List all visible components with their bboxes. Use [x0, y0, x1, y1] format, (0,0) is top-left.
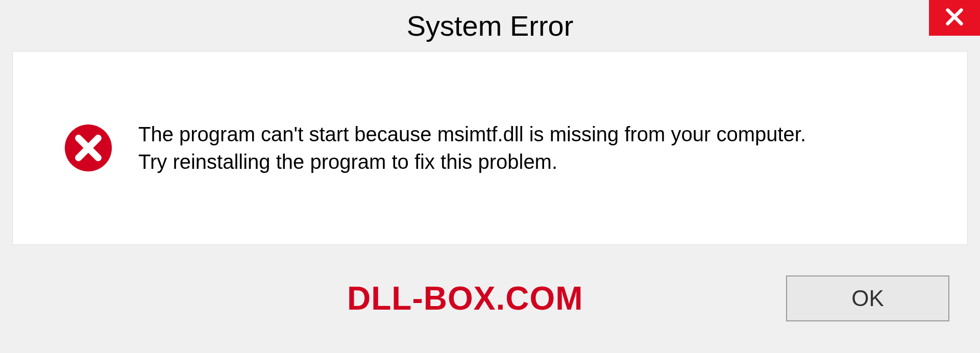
- watermark-text: DLL-BOX.COM: [31, 280, 583, 317]
- error-icon: [64, 123, 113, 172]
- error-message-line1: The program can't start because msimtf.d…: [138, 120, 806, 148]
- content-panel: The program can't start because msimtf.d…: [12, 51, 968, 245]
- close-button[interactable]: [929, 0, 980, 36]
- footer: DLL-BOX.COM OK: [0, 245, 980, 321]
- ok-button[interactable]: OK: [786, 275, 949, 321]
- error-message: The program can't start because msimtf.d…: [138, 120, 806, 175]
- error-message-line2: Try reinstalling the program to fix this…: [138, 148, 806, 175]
- close-icon: [944, 7, 965, 29]
- titlebar: System Error: [0, 0, 980, 51]
- dialog-title: System Error: [407, 9, 574, 42]
